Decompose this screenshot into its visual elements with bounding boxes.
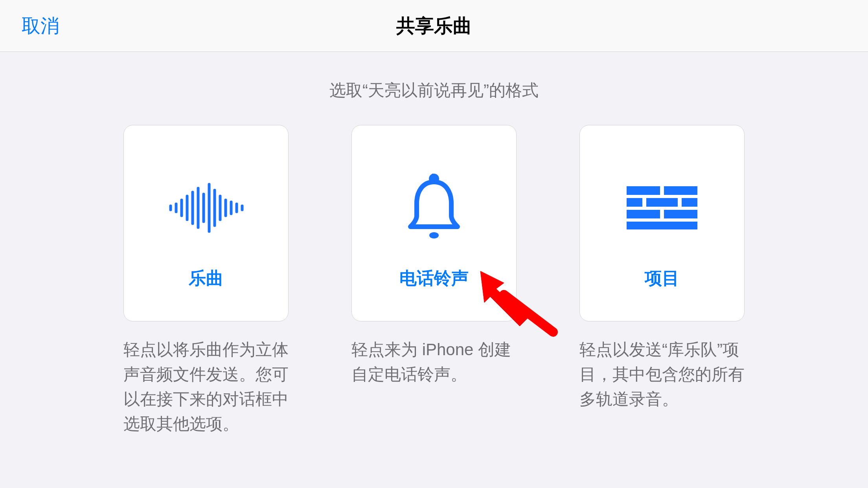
svg-rect-15 — [627, 186, 660, 195]
format-prompt: 选取“天亮以前说再见”的格式 — [0, 79, 868, 101]
option-project: 项目 轻点以发送“库乐队”项目，其中包含您的所有多轨道录音。 — [579, 125, 745, 436]
song-label: 乐曲 — [189, 267, 223, 290]
song-desc: 轻点以将乐曲作为立体声音频文件发送。您可以在接下来的对话框中选取其他选项。 — [123, 337, 289, 436]
svg-point-14 — [429, 232, 439, 238]
svg-rect-20 — [627, 210, 660, 218]
option-ringtone: 电话铃声 轻点来为 iPhone 创建自定电话铃声。 — [351, 125, 517, 436]
svg-rect-16 — [664, 186, 697, 195]
svg-rect-18 — [646, 198, 678, 207]
bell-icon — [403, 157, 465, 259]
svg-rect-22 — [627, 222, 697, 229]
project-card[interactable]: 项目 — [579, 125, 745, 321]
content: 选取“天亮以前说再见”的格式 — [0, 52, 868, 436]
cancel-button[interactable]: 取消 — [22, 13, 59, 39]
waveform-icon — [167, 157, 245, 259]
option-song: 乐曲 轻点以将乐曲作为立体声音频文件发送。您可以在接下来的对话框中选取其他选项。 — [123, 125, 289, 436]
project-label: 项目 — [645, 267, 679, 290]
ringtone-desc: 轻点来为 iPhone 创建自定电话铃声。 — [351, 337, 517, 387]
ringtone-label: 电话铃声 — [399, 267, 469, 290]
options-row: 乐曲 轻点以将乐曲作为立体声音频文件发送。您可以在接下来的对话框中选取其他选项。… — [0, 125, 868, 436]
project-desc: 轻点以发送“库乐队”项目，其中包含您的所有多轨道录音。 — [579, 337, 745, 411]
header: 取消 共享乐曲 — [0, 0, 868, 52]
page-title: 共享乐曲 — [396, 13, 472, 39]
bricks-icon — [627, 157, 697, 259]
svg-rect-17 — [627, 198, 642, 207]
song-card[interactable]: 乐曲 — [123, 125, 289, 321]
svg-rect-19 — [682, 198, 697, 207]
ringtone-card[interactable]: 电话铃声 — [351, 125, 517, 321]
svg-rect-21 — [664, 210, 697, 218]
